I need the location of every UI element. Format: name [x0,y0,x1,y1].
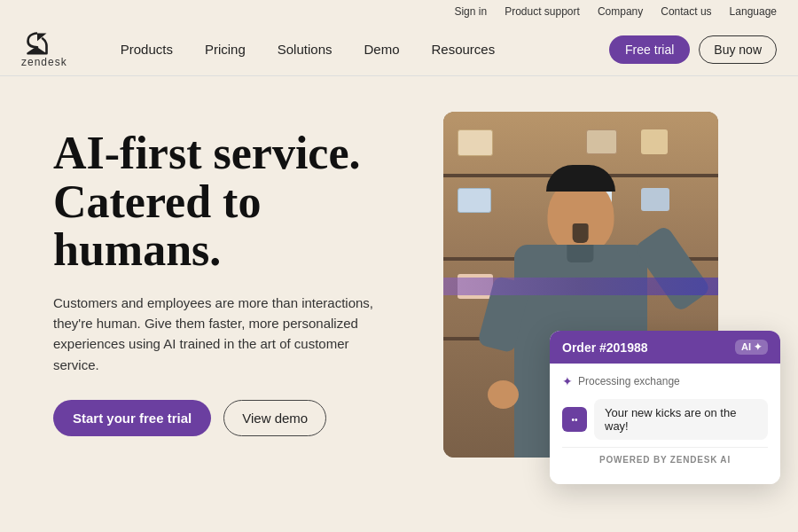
free-trial-button[interactable]: Free trial [609,35,690,64]
shelf-item-6 [641,188,669,211]
view-demo-button[interactable]: View demo [223,400,326,436]
nav-resources[interactable]: Resources [432,42,496,57]
chat-footer: POWERED BY ZENDESK AI [562,447,768,473]
hero-title-line2: Catered to [53,176,261,227]
avatar-icon: •• [571,415,577,425]
shelf-glow [443,278,718,295]
chat-body: ✦ Processing exchange •• Your new kicks … [550,364,780,484]
signin-link[interactable]: Sign in [454,5,487,18]
start-trial-button[interactable]: Start your free trial [53,400,211,436]
shelf-item-3 [641,129,668,154]
language-link[interactable]: Language [730,5,777,18]
chat-message-row: •• Your new kicks are on the way! [562,399,768,440]
hero-title-line1: AI-first service. [53,128,361,178]
shelf-item-2 [586,129,617,154]
nav-demo[interactable]: Demo [364,42,399,57]
company-link[interactable]: Company [598,5,643,18]
processing-line: ✦ Processing exchange [562,374,768,388]
chat-message-text: Your new kicks are on the way! [605,406,736,433]
hero-buttons: Start your free trial View demo [53,400,426,436]
chat-header-left: Order #201988 [562,340,648,355]
shelf-item-1 [458,129,493,156]
zendesk-logo-icon [21,30,53,55]
chat-bubble: Your new kicks are on the way! [594,399,768,440]
nav-products[interactable]: Products [121,42,173,57]
nav-links: Products Pricing Solutions Demo Resource… [121,42,609,57]
person-collar [567,245,593,262]
shelf-item-4 [458,188,491,213]
chat-header: Order #201988 AI ✦ [550,331,780,364]
nav-solutions[interactable]: Solutions [278,42,332,57]
chat-avatar: •• [562,407,587,432]
product-support-link[interactable]: Product support [505,5,580,18]
nav-actions: Free trial Buy now [609,35,777,64]
order-label: Order #201988 [562,340,648,355]
hero-section: AI-first service. Catered to humans. Cus… [0,76,798,493]
person-goatee [573,223,589,243]
hero-left: AI-first service. Catered to humans. Cus… [53,112,426,436]
navbar: zendesk Products Pricing Solutions Demo … [0,23,798,76]
processing-text: Processing exchange [578,375,680,387]
processing-icon: ✦ [562,374,573,388]
chat-widget: Order #201988 AI ✦ ✦ Processing exchange… [550,331,780,484]
hero-title: AI-first service. Catered to humans. [53,129,426,275]
contact-link[interactable]: Contact us [661,5,711,18]
logo-area[interactable]: zendesk [21,30,67,68]
buy-now-button[interactable]: Buy now [699,35,777,64]
person-hand-left [488,380,519,409]
logo-text: zendesk [21,56,67,68]
nav-pricing[interactable]: Pricing [205,42,246,57]
top-bar: Sign in Product support Company Contact … [0,0,798,23]
hero-title-line3: humans. [53,224,221,275]
hero-subtitle: Customers and employees are more than in… [53,293,381,375]
ai-badge: AI ✦ [735,340,768,355]
hero-right: Order #201988 AI ✦ ✦ Processing exchange… [426,112,763,502]
